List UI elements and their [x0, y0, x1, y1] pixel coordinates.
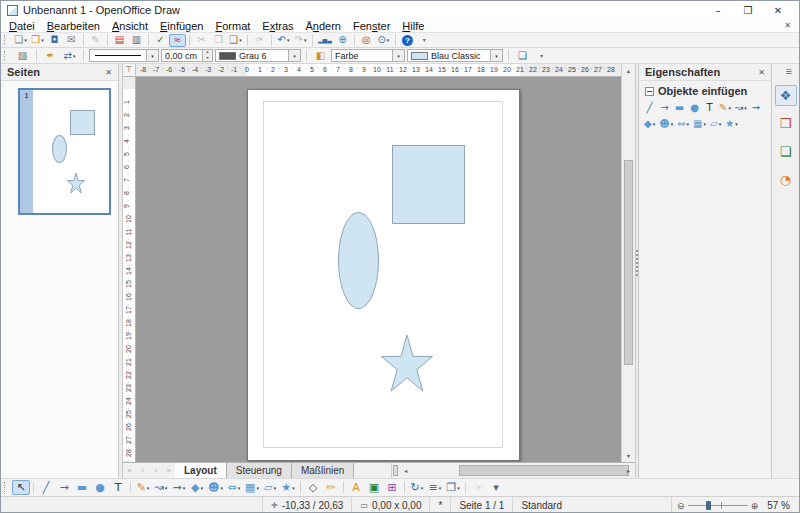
area-dialog-icon[interactable]: ◧: [312, 49, 329, 62]
rotate-effects-icon[interactable]: ↻▾: [408, 480, 426, 495]
vertical-ruler[interactable]: 1·2·3·4·5·6·7·8·9·10·11·12·13·14·15·16·1…: [123, 77, 136, 462]
edit-points-icon[interactable]: ◇: [304, 480, 322, 495]
export-pdf-icon[interactable]: ▤: [111, 34, 128, 47]
page[interactable]: [247, 89, 520, 461]
help-icon[interactable]: ?: [399, 34, 416, 47]
menu-hilfe[interactable]: Hilfe: [396, 20, 430, 32]
tab-maßlinien[interactable]: Maßlinien: [292, 463, 354, 478]
zoom-slider-thumb[interactable]: [706, 501, 711, 510]
tab-layout[interactable]: Layout: [175, 463, 227, 478]
callout-shapes-icon[interactable]: ▱▾: [708, 117, 723, 130]
scroll-up-icon[interactable]: ▴: [621, 64, 635, 77]
arrow-tool-icon[interactable]: →: [55, 480, 73, 495]
ellipse-shape[interactable]: [338, 212, 379, 309]
lines-arrows-tool-icon[interactable]: ➙▾: [170, 480, 188, 495]
document-close-icon[interactable]: ✕: [784, 21, 791, 30]
connector-tool-icon[interactable]: ↝▾: [152, 480, 170, 495]
basic-shapes-tool-icon[interactable]: ◆▾: [188, 480, 206, 495]
next-page-icon[interactable]: ›: [149, 463, 162, 478]
toolbar2-options-icon[interactable]: ▾: [533, 49, 550, 62]
previous-page-icon[interactable]: ‹: [136, 463, 149, 478]
insert-chart-icon[interactable]: ▂▅▃: [316, 34, 334, 47]
drawing-canvas[interactable]: [136, 77, 621, 462]
navigator-tab-icon[interactable]: ◔: [775, 169, 797, 190]
zoom-level-value[interactable]: 57 %: [763, 500, 799, 511]
page-thumbnail[interactable]: 1: [18, 88, 111, 215]
scroll-down-icon[interactable]: ▾: [622, 449, 635, 462]
line-width-input[interactable]: 0,00 cm▴▾: [161, 49, 213, 62]
new-document-icon[interactable]: ❏▾: [12, 34, 29, 47]
hyperlink-globe-icon[interactable]: ⊕: [334, 34, 351, 47]
curve-tool-icon[interactable]: ✎▾: [134, 480, 152, 495]
fill-color-select[interactable]: Blau Classic▾: [407, 49, 503, 62]
open-file-icon[interactable]: ❒▾: [29, 34, 46, 47]
arrange-icon[interactable]: ❐▾: [444, 480, 462, 495]
insert-text-icon[interactable]: T: [702, 101, 717, 114]
insert-lines-arrows-icon[interactable]: ➙: [749, 101, 764, 114]
text-tool-icon[interactable]: T: [109, 480, 127, 495]
callouts-tool-icon[interactable]: ▱▾: [261, 480, 279, 495]
auto-spellcheck-icon[interactable]: ≈: [169, 34, 186, 47]
menu-format[interactable]: Format: [209, 20, 256, 32]
sidebar-splitter[interactable]: [635, 64, 638, 478]
insert-ellipse-icon[interactable]: ●: [687, 101, 702, 114]
menu-extras[interactable]: Extras: [256, 20, 299, 32]
save-icon[interactable]: ◘: [46, 34, 63, 47]
insert-curve-icon[interactable]: ✎▾: [717, 101, 733, 114]
line-dialog-icon[interactable]: ✒: [42, 49, 59, 62]
star-shapes-icon[interactable]: ★▾: [723, 117, 739, 130]
rectangle-tool-icon[interactable]: ▬: [73, 480, 91, 495]
vertical-scrollbar[interactable]: ▾: [621, 77, 635, 462]
pages-panel-close-icon[interactable]: ✕: [105, 68, 112, 77]
symbol-shapes-tool-icon[interactable]: ☻▾: [206, 480, 225, 495]
horizontal-ruler[interactable]: -9·-8·-7·-6·-5·-4·-3·-2·-1·0·1·2·3·4·5·6…: [136, 64, 621, 77]
gallery-tab-icon[interactable]: ❒: [775, 113, 797, 134]
ellipse-tool-icon[interactable]: ●: [91, 480, 109, 495]
menu-einfügen[interactable]: Einfügen: [154, 20, 209, 32]
drawbar-options-icon[interactable]: ▾: [487, 480, 505, 495]
flowchart-shapes-icon[interactable]: ▦▾: [691, 117, 708, 130]
horizontal-scrollbar-thumb[interactable]: [459, 465, 629, 476]
menu-fenster[interactable]: Fenster: [347, 20, 396, 32]
collapse-section-icon[interactable]: [645, 87, 654, 96]
scrollbar-splitter[interactable]: [393, 465, 398, 476]
insert-connector-icon[interactable]: ↝▾: [733, 101, 749, 114]
select-tool-icon[interactable]: ↖: [12, 480, 30, 495]
line-width-stepper[interactable]: ▴▾: [202, 50, 212, 61]
square-shape[interactable]: [392, 145, 465, 224]
horizontal-scrollbar[interactable]: ◂ ▸: [399, 463, 635, 478]
toolbar-options-icon[interactable]: ▾: [416, 34, 433, 47]
block-arrows-icon[interactable]: ⇔▾: [675, 117, 691, 130]
fontwork-gallery-icon[interactable]: A: [347, 480, 365, 495]
undo-icon[interactable]: ↶▾: [275, 34, 292, 47]
zoom-slider-track[interactable]: [688, 501, 748, 510]
close-icon[interactable]: ✕: [763, 5, 793, 16]
insert-rectangle-icon[interactable]: ▬: [672, 101, 687, 114]
print-icon[interactable]: ▥: [128, 34, 145, 47]
first-page-icon[interactable]: «: [123, 463, 136, 478]
shadow-icon[interactable]: ❏: [514, 49, 531, 62]
minimize-icon[interactable]: –: [703, 5, 733, 16]
zoom-out-icon[interactable]: ⊖: [677, 501, 685, 511]
tab-steuerung[interactable]: Steuerung: [227, 463, 292, 478]
menu-datei[interactable]: Datei: [3, 20, 41, 32]
menu-bearbeiten[interactable]: Bearbeiten: [41, 20, 106, 32]
properties-panel-close-icon[interactable]: ✕: [758, 68, 765, 77]
fill-type-select[interactable]: Farbe▾: [331, 49, 405, 62]
paste-icon[interactable]: ❑▾: [227, 34, 244, 47]
properties-tab-icon[interactable]: ❖: [775, 85, 797, 106]
template-indicator[interactable]: Standard: [513, 497, 633, 513]
vertical-scrollbar-thumb[interactable]: [624, 160, 633, 365]
block-arrows-tool-icon[interactable]: ⇔▾: [225, 480, 243, 495]
spellcheck-icon[interactable]: ✓: [152, 34, 169, 47]
menu-ändern[interactable]: Ändern: [300, 20, 348, 32]
last-page-icon[interactable]: »: [162, 463, 175, 478]
insert-arrow-icon[interactable]: →: [657, 101, 672, 114]
basic-shapes-icon[interactable]: ◆▾: [642, 117, 657, 130]
send-email-icon[interactable]: ✉: [63, 34, 80, 47]
flowchart-tool-icon[interactable]: ▦▾: [243, 480, 261, 495]
sidebar-menu-icon[interactable]: ☰: [786, 68, 792, 76]
line-color-select[interactable]: Grau 6▾: [215, 49, 301, 62]
restore-icon[interactable]: ❐: [733, 5, 763, 16]
styles-tab-icon[interactable]: ❏: [775, 141, 797, 162]
